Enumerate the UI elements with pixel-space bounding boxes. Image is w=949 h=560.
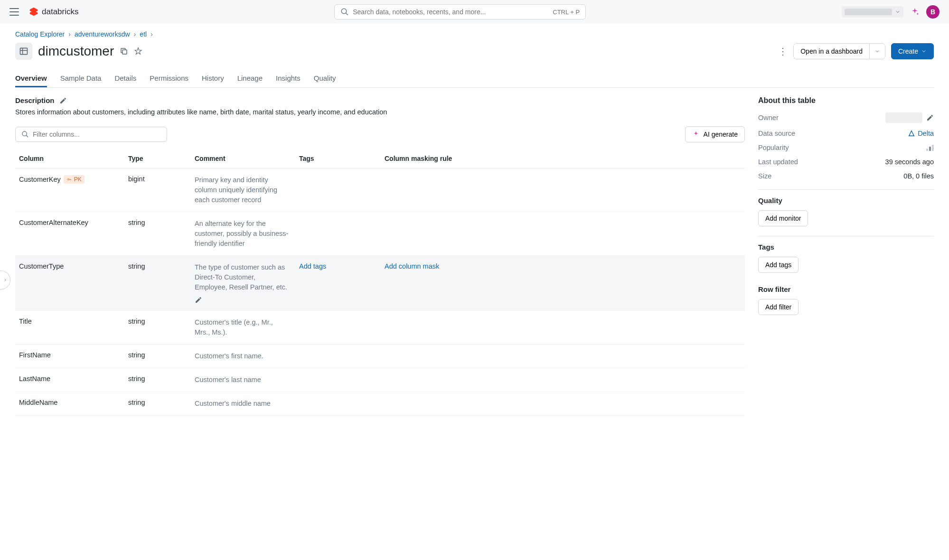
search-input[interactable] [353,8,549,16]
chevron-right-icon: › [150,30,153,38]
column-comment: Primary key and identity column uniquely… [195,175,290,205]
last-updated-value: 39 seconds ago [885,158,934,166]
table-icon [15,43,32,60]
tab-insights[interactable]: Insights [276,70,301,87]
about-title: About this table [758,96,934,105]
popularity-label: Popularity [758,144,789,151]
table-row[interactable]: LastName string Customer's last name [15,368,745,392]
main: Catalog Explorer › adventureworksdw › et… [0,24,949,422]
add-tags-link[interactable]: Add tags [299,262,326,270]
add-filter-button[interactable]: Add filter [758,299,799,315]
search-shortcut: CTRL + P [553,9,580,16]
tab-permissions[interactable]: Permissions [150,70,188,87]
open-dashboard-split: Open in a dashboard [793,43,885,59]
column-name: MiddleName [15,392,124,416]
table-row[interactable]: CustomerKeyPK bigint Primary key and ide… [15,168,745,212]
column-name: CustomerKeyPK [15,168,124,212]
data-source-value[interactable]: Delta [908,130,934,137]
size-label: Size [758,172,771,180]
svg-line-7 [26,135,28,137]
sparkle-icon[interactable] [910,7,920,17]
table-row[interactable]: MiddleName string Customer's middle name [15,392,745,416]
column-name: CustomerType [15,256,124,311]
column-name: FirstName [15,345,124,368]
size-value: 0B, 0 files [903,172,934,180]
owner-value [885,112,922,123]
description-text: Stores information about customers, incl… [15,108,745,116]
tab-history[interactable]: History [202,70,224,87]
col-header-type[interactable]: Type [124,149,191,168]
table-row[interactable]: CustomerAlternateKey string An alternate… [15,212,745,256]
user-avatar[interactable]: B [926,5,940,19]
star-icon[interactable] [134,47,142,56]
search-wrap: CTRL + P [88,4,832,19]
col-header-tags[interactable]: Tags [295,149,381,168]
pencil-icon[interactable] [926,114,934,121]
global-search[interactable]: CTRL + P [334,4,586,19]
filter-row: AI generate [15,126,745,142]
svg-point-8 [67,178,69,180]
svg-rect-2 [20,48,28,54]
popularity-bars [926,144,934,151]
right-column: About this table Owner Data source Delta… [758,96,934,416]
data-source-label: Data source [758,130,795,137]
tab-details[interactable]: Details [114,70,136,87]
create-button[interactable]: Create [891,43,934,59]
column-type: string [124,256,191,311]
tab-sample-data[interactable]: Sample Data [60,70,102,87]
add-mask-link[interactable]: Add column mask [385,262,439,270]
filter-columns[interactable] [15,127,167,142]
table-row[interactable]: FirstName string Customer's first name. [15,345,745,368]
column-type: string [124,368,191,392]
owner-label: Owner [758,114,779,121]
table-row[interactable]: Title string Customer's title (e.g., Mr.… [15,311,745,345]
databricks-icon [28,7,39,17]
table-row[interactable]: CustomerType string The type of customer… [15,256,745,311]
col-header-comment[interactable]: Comment [191,149,295,168]
quality-section-title: Quality [758,189,934,205]
content: Description Stores information about cus… [15,96,934,416]
column-comment: Customer's title (e.g., Mr., Mrs., Ms.). [195,317,290,337]
column-type: string [124,392,191,416]
svg-point-0 [341,9,347,14]
svg-line-1 [346,13,348,15]
key-icon [66,177,72,182]
chevron-down-icon [921,48,927,54]
brand-logo[interactable]: databricks [28,7,78,17]
pencil-icon[interactable] [59,97,67,104]
breadcrumb-item[interactable]: adventureworksdw [75,30,130,38]
chevron-right-icon: › [134,30,136,38]
add-monitor-button[interactable]: Add monitor [758,210,808,226]
chevron-right-icon: › [68,30,71,38]
breadcrumb-item[interactable]: Catalog Explorer [15,30,65,38]
column-comment: Customer's middle name [195,399,290,409]
column-type: string [124,212,191,256]
left-column: Description Stores information about cus… [15,96,745,416]
pencil-icon[interactable] [195,296,202,304]
pk-badge: PK [64,175,85,184]
col-header-mask[interactable]: Column masking rule [381,149,745,168]
description-label: Description [15,96,55,104]
column-comment: An alternate key for the customer, possi… [195,219,290,249]
breadcrumb-item[interactable]: etl [140,30,147,38]
copy-icon[interactable] [120,47,128,56]
column-type: string [124,311,191,345]
open-dashboard-button[interactable]: Open in a dashboard [793,43,869,59]
hamburger-icon[interactable] [9,8,19,16]
chevron-down-icon [874,48,880,54]
tab-overview[interactable]: Overview [15,70,47,87]
title-row: dimcustomer ⋮ Open in a dashboard Create [15,43,934,60]
tab-lineage[interactable]: Lineage [237,70,263,87]
ai-generate-button[interactable]: AI generate [685,126,745,142]
kebab-menu-icon[interactable]: ⋮ [778,47,788,56]
delta-icon [908,130,915,137]
brand-name: databricks [42,7,78,17]
tab-quality[interactable]: Quality [314,70,336,87]
filter-input[interactable] [33,131,161,138]
search-icon [340,8,349,16]
add-tags-button[interactable]: Add tags [758,257,799,273]
description-header: Description [15,96,745,104]
open-dashboard-dropdown[interactable] [869,43,885,59]
workspace-dropdown[interactable] [842,6,903,18]
col-header-column[interactable]: Column [15,149,124,168]
